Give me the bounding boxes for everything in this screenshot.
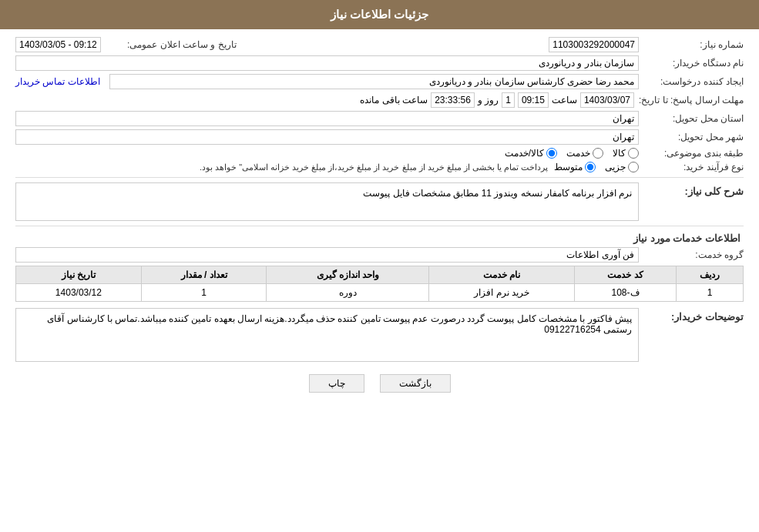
services-table-header-row: ردیف کد خدمت نام خدمت واحد اندازه گیری ت… <box>16 266 744 284</box>
deadline-day: 1 <box>502 92 515 108</box>
row-need-number: شماره نیاز: 1103003292000047 تاریخ و ساع… <box>15 37 744 52</box>
deadline-remaining: 23:33:56 <box>431 92 475 108</box>
row-need-description: شرح کلی نیاز: نرم افزار برنامه کامفار نس… <box>15 182 744 221</box>
category-radio-kala[interactable] <box>628 148 639 159</box>
service-group-label: گروه خدمت: <box>643 249 744 260</box>
city-label: شهر محل تحویل: <box>643 132 744 142</box>
deadline-date: 1403/03/07 <box>580 92 634 108</box>
row-province: استان محل تحویل: تهران <box>15 111 744 126</box>
divider-2 <box>15 226 744 226</box>
services-table-head: ردیف کد خدمت نام خدمت واحد اندازه گیری ت… <box>16 266 744 284</box>
deadline-day-label: روز و <box>478 95 499 105</box>
services-table-body: 1ف-108خرید نرم افزاردوره11403/03/12 <box>16 284 744 302</box>
deadline-time-label: ساعت <box>552 95 577 105</box>
row-process: نوع فرآیند خرید: جزیی متوسط پرداخت تمام … <box>15 162 744 172</box>
row-buyer-notes: توضیحات خریدار: پیش فاکتور با مشخصات کام… <box>15 308 744 362</box>
row-deadline: مهلت ارسال پاسخ: تا تاریخ: 1403/03/07 سا… <box>15 92 744 108</box>
category-radio-khedmat[interactable] <box>593 148 603 159</box>
category-radio-group: کالا خدمت کالا/خدمت <box>505 148 639 159</box>
back-button[interactable]: بازگشت <box>380 374 451 393</box>
city-value-container: تهران <box>15 129 639 145</box>
category-option-kala-khedmat: کالا/خدمت <box>505 148 557 159</box>
service-group-value: فن آوری اطلاعات <box>15 247 639 263</box>
table-cell-row_num: 1 <box>677 284 744 302</box>
table-cell-need_date: 1403/03/12 <box>16 284 142 302</box>
province-value-container: تهران <box>15 111 639 126</box>
announcement-date-label: تاریخ و ساعت اعلان عمومی: <box>106 39 237 50</box>
row-city: شهر محل تحویل: تهران <box>15 129 744 145</box>
print-button[interactable]: چاپ <box>309 374 364 393</box>
category-option-kala-label: کالا <box>613 148 626 159</box>
divider-1 <box>15 177 744 178</box>
process-radio-motavasset[interactable] <box>585 162 596 172</box>
col-service-code: کد خدمت <box>574 266 676 284</box>
city-value: تهران <box>15 129 639 145</box>
main-content: شماره نیاز: 1103003292000047 تاریخ و ساع… <box>0 37 759 393</box>
services-section-label: اطلاعات خدمات مورد نیاز <box>15 233 744 244</box>
buyer-notes-value-container: پیش فاکتور با مشخصات کامل پیوست گردد درص… <box>15 308 639 362</box>
col-unit: واحد اندازه گیری <box>267 266 429 284</box>
row-category: طبقه بندی موضوعی: کالا خدمت کالا/خدمت <box>15 148 744 159</box>
process-radio-group: جزیی متوسط <box>554 162 639 172</box>
process-note: پرداخت تمام یا بخشی از مبلغ خرید از مبلغ… <box>200 162 548 172</box>
category-label: طبقه بندی موضوعی: <box>643 148 744 159</box>
deadline-remaining-label: ساعت باقی مانده <box>360 95 428 105</box>
need-number-value-container: 1103003292000047 <box>241 37 639 52</box>
process-option-jozi-label: جزیی <box>605 162 626 172</box>
province-label: استان محل تحویل: <box>643 113 744 124</box>
province-value: تهران <box>15 111 639 126</box>
need-description-value: نرم افزار برنامه کامفار نسخه ویندوز 11 م… <box>15 182 639 221</box>
creator-value-container: محمد رضا حضری کارشناس سازمان بنادر و دری… <box>109 74 639 89</box>
announcement-date-value: 1403/03/05 - 09:12 <box>15 37 101 52</box>
service-group-value-container: فن آوری اطلاعات <box>15 247 639 263</box>
page-wrapper: جزئیات اطلاعات نیاز شماره نیاز: 11030032… <box>0 0 759 532</box>
services-table: ردیف کد خدمت نام خدمت واحد اندازه گیری ت… <box>15 266 744 302</box>
page-header: جزئیات اطلاعات نیاز <box>0 0 759 29</box>
col-row-num: ردیف <box>677 266 744 284</box>
creator-label: ایجاد کننده درخواست: <box>643 76 744 87</box>
table-cell-service_code: ف-108 <box>574 284 676 302</box>
creator-value: محمد رضا حضری کارشناس سازمان بنادر و دری… <box>109 74 639 89</box>
col-need-date: تاریخ نیاز <box>16 266 142 284</box>
table-row: 1ف-108خرید نرم افزاردوره11403/03/12 <box>16 284 744 302</box>
process-radio-jozi[interactable] <box>628 162 639 172</box>
buyer-notes-value: پیش فاکتور با مشخصات کامل پیوست گردد درص… <box>15 308 639 362</box>
deadline-values: 1403/03/07 ساعت 09:15 1 روز و 23:33:56 س… <box>15 92 634 108</box>
process-values: جزیی متوسط پرداخت تمام یا بخشی از مبلغ خ… <box>15 162 639 172</box>
org-name-label: نام دستگاه خریدار: <box>643 58 744 69</box>
category-option-kala-khedmat-label: کالا/خدمت <box>505 148 544 159</box>
process-option-motavasset-label: متوسط <box>554 162 583 172</box>
org-name-value: سازمان بنادر و دریانوردی <box>15 55 639 71</box>
need-number-value: 1103003292000047 <box>549 37 639 52</box>
col-service-name: نام خدمت <box>429 266 575 284</box>
contact-link[interactable]: اطلاعات تماس خریدار <box>15 76 100 87</box>
need-description-value-container: نرم افزار برنامه کامفار نسخه ویندوز 11 م… <box>15 182 639 221</box>
row-org-name: نام دستگاه خریدار: سازمان بنادر و دریانو… <box>15 55 744 71</box>
table-cell-quantity: 1 <box>141 284 267 302</box>
row-creator: ایجاد کننده درخواست: محمد رضا حضری کارشن… <box>15 74 744 89</box>
table-cell-unit: دوره <box>267 284 429 302</box>
table-cell-service_name: خرید نرم افزار <box>429 284 575 302</box>
deadline-time: 09:15 <box>518 92 549 108</box>
deadline-label: مهلت ارسال پاسخ: تا تاریخ: <box>639 95 744 105</box>
page-title: جزئیات اطلاعات نیاز <box>331 8 428 21</box>
buyer-notes-label: توضیحات خریدار: <box>643 308 744 323</box>
buttons-row: بازگشت چاپ <box>15 374 744 393</box>
col-quantity: تعداد / مقدار <box>141 266 267 284</box>
category-option-kala: کالا <box>613 148 639 159</box>
category-radio-kala-khedmat[interactable] <box>546 148 557 159</box>
org-name-value-container: سازمان بنادر و دریانوردی <box>15 55 639 71</box>
need-number-label: شماره نیاز: <box>643 39 744 50</box>
category-option-khedmat: خدمت <box>566 148 603 159</box>
process-option-jozi: جزیی <box>605 162 639 172</box>
row-service-group: گروه خدمت: فن آوری اطلاعات <box>15 247 744 263</box>
category-option-khedmat-label: خدمت <box>566 148 590 159</box>
need-description-label: شرح کلی نیاز: <box>643 182 744 197</box>
announcement-date-value-container: 1403/03/05 - 09:12 <box>15 37 101 52</box>
process-label: نوع فرآیند خرید: <box>643 162 744 172</box>
process-option-motavasset: متوسط <box>554 162 596 172</box>
